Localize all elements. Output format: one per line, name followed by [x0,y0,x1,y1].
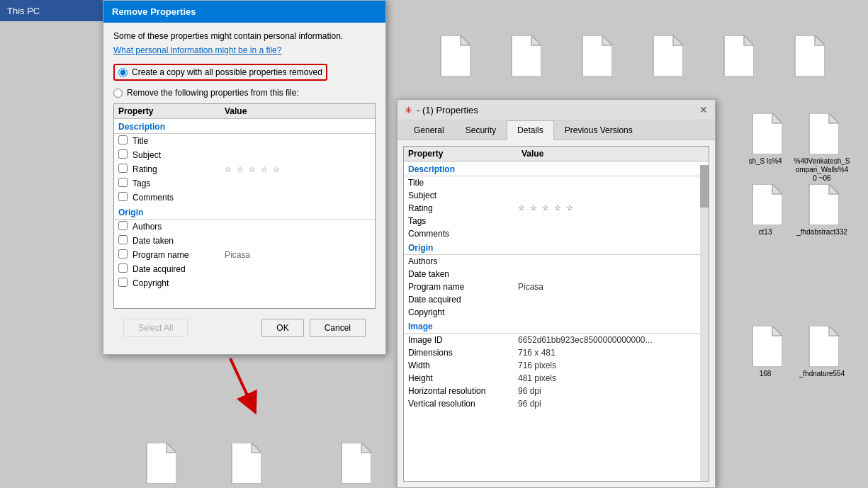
desktop-file-icon-icon2[interactable] [496,35,553,79]
right-prop-copyright: Copyright [404,306,709,319]
select-all-button[interactable]: Select All [123,319,188,337]
this-pc-label: This PC [7,6,40,16]
file-icon-image [436,35,470,76]
right-prop-program-name: Program name Picasa [404,280,709,293]
section-origin: Origin [114,205,375,220]
section-description: Description [114,119,375,134]
right-prop-tags: Tags [404,215,709,227]
header-property: Property [118,106,225,116]
right-prop-subject: Subject [404,189,709,202]
right-section-image: Image [404,319,709,334]
dialog-info-text: Some of these properties might contain p… [113,31,376,41]
right-prop-title: Title [404,176,709,189]
dialog-body: Some of these properties might contain p… [103,23,385,354]
checkbox-program-name[interactable] [118,249,128,259]
desktop-file-icon-icon14[interactable] [216,443,273,487]
tab-general[interactable]: General [403,120,455,140]
file-icon-label: _fhdnature554 [799,370,845,378]
props-close-button[interactable]: ✕ [699,104,708,115]
right-prop-date-taken: Date taken [404,268,709,280]
desktop-file-icon-icon1[interactable] [425,35,482,79]
radio-create-copy[interactable] [118,68,128,77]
file-icon-image [142,443,176,484]
prop-row-rating[interactable]: Rating ☆ ☆ ☆ ☆ ☆ [114,162,375,176]
right-prop-height: Height 481 pixels [404,372,709,385]
desktop-file-icon-icon3[interactable] [567,35,624,79]
desktop-file-icon-icon13[interactable] [131,443,188,487]
checkbox-authors[interactable] [118,221,128,230]
file-icon-image [227,443,261,484]
prop-row-copyright[interactable]: Copyright [114,276,375,290]
props-table-header: Property Value [114,104,375,119]
file-icon-image [337,443,371,484]
scrollbar-track[interactable] [700,165,709,481]
checkbox-date-taken[interactable] [118,235,128,244]
right-prop-width: Width 716 pixels [404,359,709,372]
file-icon-image [578,35,612,76]
checkbox-date-acquired[interactable] [118,263,128,273]
cancel-button[interactable]: Cancel [310,319,366,337]
prop-row-subject[interactable]: Subject [114,148,375,162]
right-section-origin: Origin [404,240,709,255]
desktop-file-icon-icon4[interactable] [638,35,694,79]
checkbox-subject[interactable] [118,149,128,159]
desktop-file-icon-icon15[interactable] [326,443,383,487]
desktop-file-icon-icon5[interactable] [709,35,765,79]
file-icon-label: %40Venkatesh_S ompari_Walls%40 ~06 [794,157,850,183]
radio-create-copy-container: Create a copy with all possible properti… [113,64,327,81]
right-header-value: Value [522,149,704,159]
tab-security[interactable]: Security [455,120,507,140]
dialog-titlebar: Remove Properties [103,1,385,23]
properties-dialog: ✳ - (1) Properties ✕ General Security De… [397,99,716,488]
prop-row-date-acquired[interactable]: Date acquired [114,262,375,276]
right-prop-image-id: Image ID 6652d61bb923ec8500000000000... [404,334,709,346]
prop-row-date-taken[interactable]: Date taken [114,234,375,248]
desktop-file-icon-icon12[interactable]: _fhdnature554 [794,326,850,378]
this-pc-bar[interactable]: This PC [0,0,103,21]
checkbox-comments[interactable] [118,192,128,201]
radio-remove-following[interactable] [113,89,123,98]
desktop-file-icon-icon6[interactable] [779,35,836,79]
desktop-file-icon-icon10[interactable]: _fhdabstract332 [794,184,850,237]
desktop-file-icon-icon11[interactable]: 168 [737,326,794,378]
right-prop-dimensions: Dimensions 716 x 481 [404,346,709,359]
right-prop-v-resolution: Vertical resolution 96 dpi [404,397,709,410]
checkbox-rating[interactable] [118,164,128,173]
checkbox-title[interactable] [118,135,128,144]
props-title-icon: ✳ [405,105,412,115]
tab-details[interactable]: Details [507,120,554,140]
scrollbar-thumb[interactable] [700,165,709,208]
file-icon-image [748,326,782,367]
radio-remove-following-container[interactable]: Remove the following properties from thi… [113,88,376,98]
right-prop-h-resolution: Horizontal resolution 96 dpi [404,385,709,397]
file-icon-image [748,184,782,225]
desktop-file-icon-icon9[interactable]: ct13 [737,184,794,237]
personal-info-link[interactable]: What personal information might be in a … [113,45,376,55]
prop-row-authors[interactable]: Authors [114,220,375,234]
desktop-file-icon-icon8[interactable]: %40Venkatesh_S ompari_Walls%40 ~06 [794,113,850,183]
tab-previous-versions[interactable]: Previous Versions [554,120,643,140]
checkbox-copyright[interactable] [118,278,128,287]
file-icon-image [805,184,839,225]
prop-row-title[interactable]: Title [114,134,375,148]
right-prop-rating: Rating ☆ ☆ ☆ ☆ ☆ [404,202,709,215]
props-table-body: Description Title Subject Rating [114,119,375,305]
file-icon-image [649,35,683,76]
file-icon-image [507,35,541,76]
ok-button[interactable]: OK [261,319,303,337]
prop-row-comments[interactable]: Comments [114,191,375,205]
prop-row-tags[interactable]: Tags [114,176,375,191]
remove-properties-dialog: Remove Properties Some of these properti… [103,0,386,355]
props-right-container: Property Value Description Title Subject [398,140,715,487]
radio-remove-following-label: Remove the following properties from thi… [127,88,299,98]
desktop-file-icon-icon7[interactable]: sh_S ls%4 [737,113,794,166]
right-header-property: Property [408,149,522,159]
right-prop-comments: Comments [404,227,709,240]
prop-row-program-name[interactable]: Program name Picasa [114,248,375,262]
checkbox-tags[interactable] [118,178,128,187]
file-icon-image [720,35,754,76]
file-icon-image [805,326,839,367]
props-right-table: Property Value Description Title Subject [403,146,709,482]
file-icon-image [791,35,825,76]
radio-create-copy-label: Create a copy with all possible properti… [132,67,322,77]
